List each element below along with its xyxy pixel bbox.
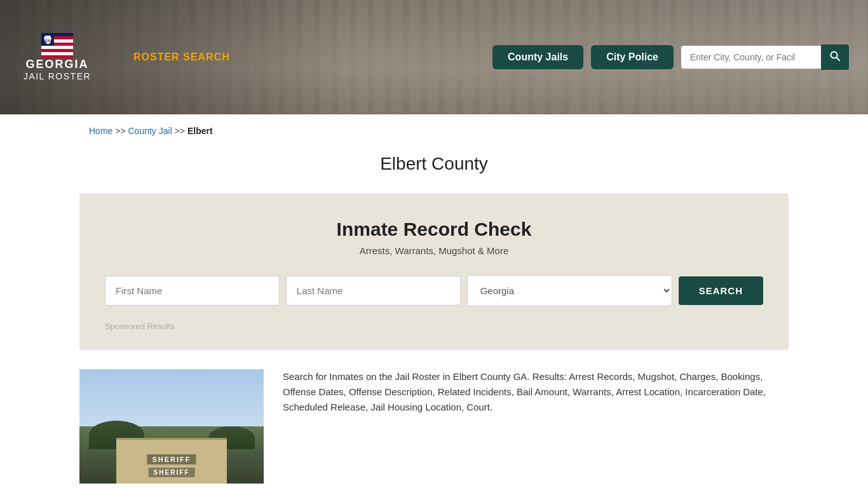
nav-roster-search[interactable]: ROSTER SEARCH [133, 51, 230, 63]
georgia-seal-icon: GA [41, 33, 73, 58]
sponsored-results-label: Sponsored Results [105, 322, 763, 331]
first-name-input[interactable] [105, 276, 280, 306]
widget-title: Inmate Record Check [105, 219, 763, 240]
search-icon [830, 51, 840, 61]
breadcrumb-county-jail[interactable]: County Jail [128, 126, 172, 136]
state-select[interactable]: Georgia Alabama Florida [467, 275, 672, 306]
logo-georgia: GEORGIA [25, 58, 88, 71]
breadcrumb-sep1: >> [115, 126, 125, 136]
svg-rect-6 [41, 46, 73, 49]
widget-form: Georgia Alabama Florida SEARCH [105, 275, 763, 306]
svg-rect-3 [41, 49, 73, 52]
breadcrumb-home[interactable]: Home [89, 126, 112, 136]
widget-search-button[interactable]: SEARCH [679, 276, 763, 305]
city-police-button[interactable]: City Police [591, 45, 674, 69]
header-right: County Jails City Police [492, 44, 849, 70]
header-search-bar [681, 44, 849, 70]
bottom-section: SHERIFF Search for Inmates on the Jail R… [0, 350, 868, 488]
description-text: Search for Inmates on the Jail Roster in… [283, 369, 789, 415]
header-search-input[interactable] [681, 46, 821, 69]
logo-jail-roster: JAIL ROSTER [24, 71, 91, 81]
county-jails-button[interactable]: County Jails [492, 45, 583, 69]
site-logo[interactable]: GA GEORGIA JAIL ROSTER [19, 33, 95, 81]
last-name-input[interactable] [286, 276, 461, 306]
breadcrumb-current: Elbert [187, 126, 213, 136]
inmate-record-check-widget: Inmate Record Check Arrests, Warrants, M… [79, 193, 789, 350]
widget-subtitle: Arrests, Warrants, Mugshot & More [105, 245, 763, 256]
svg-line-12 [837, 58, 840, 61]
svg-text:GA: GA [45, 39, 51, 43]
breadcrumb-sep2: >> [175, 126, 185, 136]
header-search-button[interactable] [821, 44, 849, 70]
svg-rect-7 [41, 52, 73, 55]
sheriff-building-image: SHERIFF [79, 369, 264, 484]
breadcrumb: Home >> County Jail >> Elbert [0, 114, 868, 147]
page-title: Elbert County [0, 154, 868, 174]
site-header: GA GEORGIA JAIL ROSTER ROSTER SEARCH Cou… [0, 0, 868, 114]
